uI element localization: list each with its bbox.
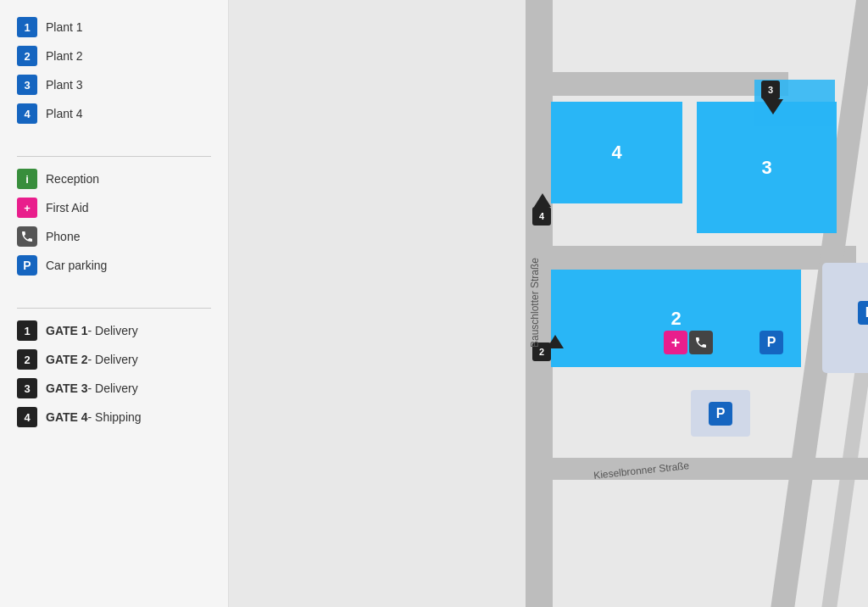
plants-legend: 1 Plant 1 2 Plant 2 3 Plant 3 4 Plant 4 bbox=[17, 17, 211, 132]
plant-4-badge: 4 bbox=[17, 103, 37, 124]
parking-map-large: P bbox=[858, 301, 868, 325]
parking-label: Car parking bbox=[46, 259, 107, 272]
legend-plant-1: 1 Plant 1 bbox=[17, 17, 211, 37]
firstaid-badge: + bbox=[17, 198, 37, 218]
gate-4-arrow bbox=[534, 193, 551, 207]
gate-1-badge: 1 bbox=[17, 320, 37, 341]
plant-1-badge: 1 bbox=[17, 17, 37, 37]
parking-map-building2: P bbox=[760, 331, 783, 354]
plant-2-badge: 2 bbox=[17, 46, 37, 66]
gate-4-map-badge: 4 bbox=[532, 207, 551, 226]
legend-gate-2: 2 GATE 2- Delivery bbox=[17, 349, 211, 370]
legend-reception: i Reception bbox=[17, 169, 211, 189]
legend-plant-3: 3 Plant 3 bbox=[17, 75, 211, 95]
plant-4-label: Plant 4 bbox=[46, 107, 83, 120]
gates-legend: 1 GATE 1- Delivery 2 GATE 2- Delivery 3 … bbox=[17, 320, 211, 436]
icons-legend: i Reception + First Aid Phone P Car park… bbox=[17, 169, 211, 284]
divider-1 bbox=[17, 156, 211, 157]
legend-phone: Phone bbox=[17, 226, 211, 247]
gate-3-badge: 3 bbox=[17, 378, 37, 398]
parking-map-bottom-center: P bbox=[709, 402, 732, 426]
phone-label: Phone bbox=[46, 230, 80, 243]
divider-2 bbox=[17, 308, 211, 309]
phone-map-icon bbox=[689, 331, 713, 354]
plant-2-label: Plant 2 bbox=[46, 49, 83, 63]
road-horizontal-top bbox=[526, 72, 788, 96]
legend-gate-3: 3 GATE 3- Delivery bbox=[17, 378, 211, 398]
firstaid-map-icon: + bbox=[664, 331, 687, 354]
sidebar: 1 Plant 1 2 Plant 2 3 Plant 3 4 Plant 4 … bbox=[0, 0, 229, 607]
gate-4-badge: 4 bbox=[17, 407, 37, 427]
gate-4-label: GATE 4- Shipping bbox=[46, 410, 142, 424]
road-bottom-horizontal bbox=[526, 458, 868, 480]
reception-badge: i bbox=[17, 169, 37, 189]
gate-3-label: GATE 3- Delivery bbox=[46, 381, 138, 395]
legend-gate-4: 4 GATE 4- Shipping bbox=[17, 407, 211, 427]
road-label-bauschlotter: Bauschlotter Straße bbox=[529, 258, 541, 348]
reception-label: Reception bbox=[46, 172, 99, 186]
map-area: 4 3 2 1 3 4 2 1 + P P P P i + bbox=[229, 0, 868, 607]
gate-2-label: GATE 2- Delivery bbox=[46, 353, 138, 366]
parking-badge: P bbox=[17, 255, 37, 276]
legend-plant-4: 4 Plant 4 bbox=[17, 103, 211, 124]
plant-3-label: Plant 3 bbox=[46, 78, 83, 92]
road-horizontal-mid bbox=[526, 246, 826, 270]
plant-3-badge: 3 bbox=[17, 75, 37, 95]
building-4: 4 bbox=[551, 102, 682, 203]
gate-3-map-badge: 3 bbox=[761, 81, 780, 99]
gate-3-arrow bbox=[763, 99, 783, 114]
gate-2-badge: 2 bbox=[17, 349, 37, 370]
plant-1-label: Plant 1 bbox=[46, 20, 83, 34]
gate-2-arrow bbox=[547, 335, 564, 348]
phone-icon bbox=[17, 226, 37, 247]
legend-gate-1: 1 GATE 1- Delivery bbox=[17, 320, 211, 341]
firstaid-label: First Aid bbox=[46, 201, 89, 214]
gate-1-label: GATE 1- Delivery bbox=[46, 324, 138, 337]
legend-firstaid: + First Aid bbox=[17, 198, 211, 218]
legend-parking: P Car parking bbox=[17, 255, 211, 276]
legend-plant-2: 2 Plant 2 bbox=[17, 46, 211, 66]
